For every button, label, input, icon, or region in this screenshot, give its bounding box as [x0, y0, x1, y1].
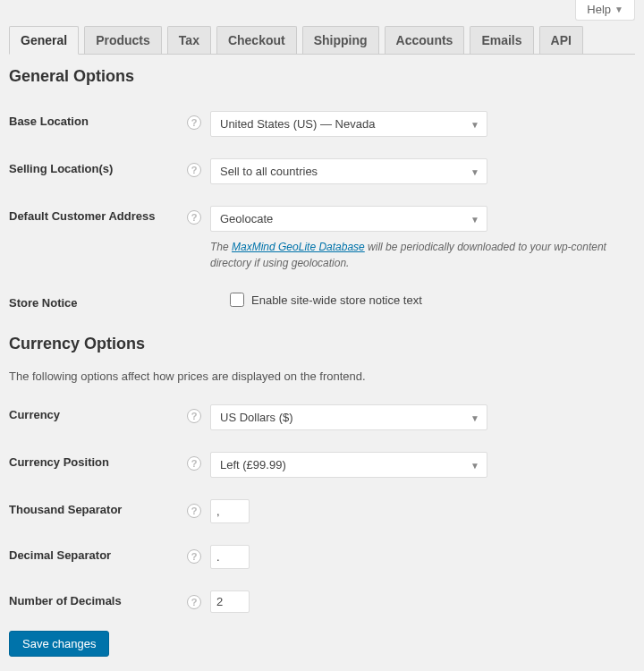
- default-customer-address-label: Default Customer Address: [9, 209, 156, 223]
- help-tab-label: Help: [587, 3, 611, 16]
- store-notice-label: Store Notice: [9, 296, 78, 310]
- help-icon[interactable]: ?: [187, 549, 201, 564]
- help-tab[interactable]: Help ▼: [575, 0, 635, 21]
- chevron-down-icon: ▼: [470, 119, 479, 129]
- selling-locations-label: Selling Location(s): [9, 162, 113, 175]
- chevron-down-icon: ▼: [470, 412, 479, 422]
- chevron-down-icon: ▼: [470, 460, 479, 470]
- currency-options-table: Currency ? US Dollars ($) ▼ Currency Pos…: [9, 395, 635, 625]
- help-icon[interactable]: ?: [187, 210, 201, 225]
- help-icon[interactable]: ?: [187, 163, 201, 177]
- tab-checkout[interactable]: Checkout: [216, 26, 297, 54]
- selling-locations-select[interactable]: Sell to all countries ▼: [210, 158, 487, 184]
- chevron-down-icon: ▼: [470, 166, 479, 176]
- settings-tabs: GeneralProductsTaxCheckoutShippingAccoun…: [9, 21, 635, 55]
- currency-select[interactable]: US Dollars ($) ▼: [210, 404, 487, 430]
- save-changes-button[interactable]: Save changes: [9, 631, 109, 657]
- currency-options-desc: The following options affect how prices …: [9, 369, 635, 383]
- base-location-select[interactable]: United States (US) — Nevada ▼: [210, 111, 487, 137]
- tab-api[interactable]: API: [539, 26, 583, 54]
- help-icon[interactable]: ?: [187, 456, 201, 471]
- help-icon[interactable]: ?: [187, 595, 201, 609]
- num-decimals-input[interactable]: [210, 590, 250, 613]
- general-options-table: Base Location ? United States (US) — Nev…: [9, 102, 635, 322]
- help-icon[interactable]: ?: [187, 409, 201, 423]
- maxmind-link[interactable]: MaxMind GeoLite Database: [232, 241, 365, 253]
- tab-tax[interactable]: Tax: [167, 26, 211, 54]
- tab-accounts[interactable]: Accounts: [385, 26, 465, 54]
- geolocate-note: The MaxMind GeoLite Database will be per…: [210, 239, 635, 271]
- currency-position-select[interactable]: Left (£99.99) ▼: [210, 452, 487, 478]
- decimal-separator-label: Decimal Separator: [9, 548, 111, 562]
- chevron-down-icon: ▼: [470, 214, 479, 224]
- thousand-separator-input[interactable]: [210, 499, 250, 523]
- store-notice-checkbox[interactable]: [230, 293, 244, 307]
- tab-emails[interactable]: Emails: [470, 26, 533, 54]
- base-location-value: United States (US) — Nevada: [220, 117, 375, 131]
- currency-value: US Dollars ($): [220, 411, 293, 424]
- help-icon[interactable]: ?: [187, 115, 201, 130]
- thousand-separator-label: Thousand Separator: [9, 503, 122, 516]
- decimal-separator-input[interactable]: [210, 545, 250, 569]
- base-location-label: Base Location: [9, 115, 89, 128]
- currency-options-heading: Currency Options: [9, 335, 635, 353]
- help-icon[interactable]: ?: [187, 504, 201, 518]
- currency-position-value: Left (£99.99): [220, 458, 286, 471]
- selling-locations-value: Sell to all countries: [220, 165, 318, 178]
- default-customer-address-select[interactable]: Geolocate ▼: [210, 206, 487, 232]
- store-notice-checkbox-label: Enable site-wide store notice text: [251, 293, 422, 307]
- tab-general[interactable]: General: [9, 26, 79, 55]
- currency-label: Currency: [9, 408, 60, 421]
- tab-products[interactable]: Products: [84, 26, 162, 54]
- currency-position-label: Currency Position: [9, 455, 109, 469]
- general-options-heading: General Options: [9, 67, 635, 86]
- default-customer-address-value: Geolocate: [220, 212, 273, 225]
- chevron-down-icon: ▼: [614, 4, 623, 14]
- num-decimals-label: Number of Decimals: [9, 594, 122, 607]
- tab-shipping[interactable]: Shipping: [302, 26, 379, 54]
